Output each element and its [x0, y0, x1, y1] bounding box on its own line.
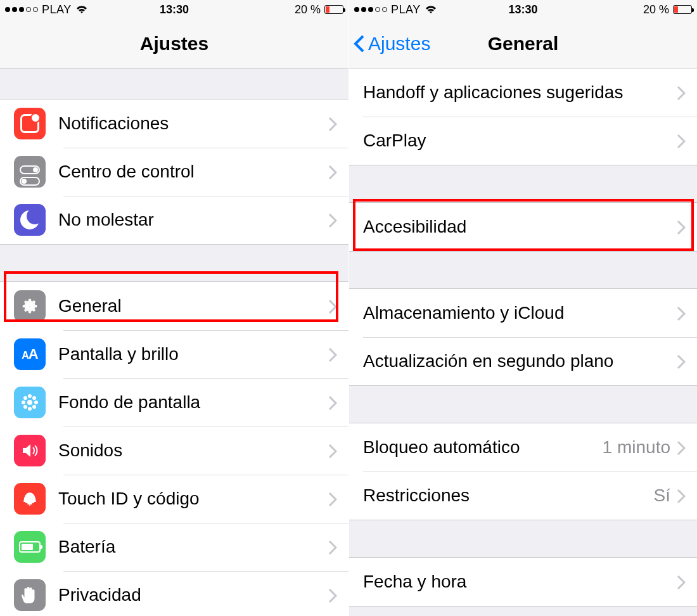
- status-bar: PLAY 13:30 20 %: [0, 0, 348, 19]
- chevron-right-icon: [328, 395, 337, 410]
- row-battery[interactable]: Batería: [0, 523, 348, 571]
- general-group-5: Fecha y hora: [349, 557, 697, 606]
- back-label: Ajustes: [368, 33, 430, 55]
- back-button[interactable]: Ajustes: [349, 33, 430, 55]
- screen-settings: PLAY 13:30 20 % Ajustes Notificaciones: [0, 0, 348, 616]
- signal-strength-icon: [5, 7, 38, 12]
- row-do-not-disturb[interactable]: No molestar: [0, 196, 348, 244]
- battery-icon: [14, 531, 46, 563]
- carrier-label: PLAY: [42, 3, 72, 16]
- notifications-icon: [14, 108, 46, 139]
- row-label: Handoff y aplicaciones sugeridas: [363, 82, 677, 103]
- speaker-icon: [14, 435, 46, 466]
- wifi-icon: [75, 5, 88, 14]
- nav-bar: Ajustes: [0, 19, 348, 68]
- row-label: Almacenamiento y iCloud: [363, 303, 677, 323]
- svg-point-8: [32, 405, 36, 409]
- chevron-right-icon: [328, 212, 337, 228]
- page-title: General: [488, 33, 559, 55]
- gear-icon: [14, 290, 46, 322]
- row-label: Actualización en segundo plano: [363, 351, 677, 371]
- general-group-2: Accesibilidad: [349, 202, 697, 252]
- svg-point-1: [28, 394, 32, 398]
- chevron-right-icon: [677, 219, 686, 234]
- general-group-4: Bloqueo automático 1 minuto Restriccione…: [349, 423, 697, 520]
- wallpaper-icon: [14, 387, 46, 418]
- row-background-refresh[interactable]: Actualización en segundo plano: [349, 337, 697, 385]
- chevron-right-icon: [328, 539, 337, 555]
- row-general[interactable]: General: [0, 282, 348, 330]
- chevron-right-icon: [328, 116, 337, 131]
- page-title: Ajustes: [140, 33, 208, 55]
- row-label: Centro de control: [58, 162, 328, 182]
- row-accessibility[interactable]: Accesibilidad: [349, 203, 697, 251]
- svg-point-2: [28, 407, 32, 411]
- hand-icon: [14, 579, 46, 611]
- row-label: Sonidos: [58, 440, 328, 461]
- row-label: Restricciones: [363, 485, 654, 506]
- row-label: General: [58, 296, 328, 316]
- svg-point-5: [23, 396, 27, 400]
- chevron-right-icon: [328, 491, 337, 506]
- status-bar: PLAY 13:30 20 %: [349, 0, 697, 19]
- chevron-right-icon: [328, 164, 337, 179]
- chevron-right-icon: [677, 354, 686, 369]
- screen-general: PLAY 13:30 20 % Ajustes General Handoff …: [348, 0, 697, 616]
- row-label: Notificaciones: [58, 113, 328, 134]
- moon-icon: [14, 204, 46, 236]
- row-auto-lock[interactable]: Bloqueo automático 1 minuto: [349, 423, 697, 472]
- chevron-right-icon: [677, 305, 686, 321]
- chevron-right-icon: [328, 347, 337, 362]
- row-handoff[interactable]: Handoff y aplicaciones sugeridas: [349, 68, 697, 117]
- row-label: Pantalla y brillo: [58, 344, 328, 364]
- row-label: Touch ID y código: [58, 489, 328, 509]
- row-label: Bloqueo automático: [363, 437, 603, 458]
- row-label: Privacidad: [58, 585, 328, 605]
- chevron-right-icon: [677, 440, 686, 455]
- carrier-label: PLAY: [391, 3, 421, 16]
- control-center-icon: [14, 156, 46, 188]
- general-group-3: Almacenamiento y iCloud Actualización en…: [349, 288, 697, 386]
- chevron-left-icon: [353, 34, 366, 53]
- settings-group-1: Notificaciones Centro de control No mole…: [0, 99, 348, 245]
- svg-point-4: [34, 401, 38, 404]
- row-sounds[interactable]: Sonidos: [0, 427, 348, 475]
- battery-icon: [324, 5, 343, 14]
- row-storage-icloud[interactable]: Almacenamiento y iCloud: [349, 289, 697, 337]
- row-privacy[interactable]: Privacidad: [0, 571, 348, 616]
- chevron-right-icon: [677, 85, 686, 100]
- row-label: Accesibilidad: [363, 217, 677, 237]
- clock-label: 13:30: [508, 3, 537, 16]
- battery-icon: [673, 5, 692, 14]
- row-value: Sí: [654, 485, 670, 506]
- wifi-icon: [425, 5, 437, 14]
- chevron-right-icon: [328, 587, 337, 603]
- battery-percent-label: 20 %: [643, 3, 669, 16]
- clock-label: 13:30: [160, 3, 189, 16]
- row-value: 1 minuto: [603, 437, 670, 458]
- row-label: No molestar: [58, 210, 328, 230]
- fingerprint-icon: [14, 483, 46, 515]
- chevron-right-icon: [328, 443, 337, 458]
- row-carplay[interactable]: CarPlay: [349, 117, 697, 165]
- row-display-brightness[interactable]: AA Pantalla y brillo: [0, 330, 348, 378]
- row-wallpaper[interactable]: Fondo de pantalla: [0, 378, 348, 427]
- svg-point-3: [22, 401, 25, 404]
- settings-group-2: General AA Pantalla y brillo Fondo de pa…: [0, 281, 348, 616]
- row-date-time[interactable]: Fecha y hora: [349, 558, 697, 606]
- row-restrictions[interactable]: Restricciones Sí: [349, 472, 697, 520]
- nav-bar: Ajustes General: [349, 19, 697, 68]
- row-label: Batería: [58, 537, 328, 557]
- row-touch-id[interactable]: Touch ID y código: [0, 475, 348, 523]
- row-label: Fondo de pantalla: [58, 392, 328, 413]
- battery-percent-label: 20 %: [295, 3, 321, 16]
- row-label: Fecha y hora: [363, 572, 677, 592]
- general-group-1: Handoff y aplicaciones sugeridas CarPlay: [349, 68, 697, 165]
- signal-strength-icon: [354, 7, 387, 12]
- row-notifications[interactable]: Notificaciones: [0, 99, 348, 148]
- row-control-center[interactable]: Centro de control: [0, 148, 348, 196]
- chevron-right-icon: [677, 488, 686, 503]
- chevron-right-icon: [677, 133, 686, 148]
- chevron-right-icon: [677, 574, 686, 589]
- svg-point-6: [32, 396, 36, 400]
